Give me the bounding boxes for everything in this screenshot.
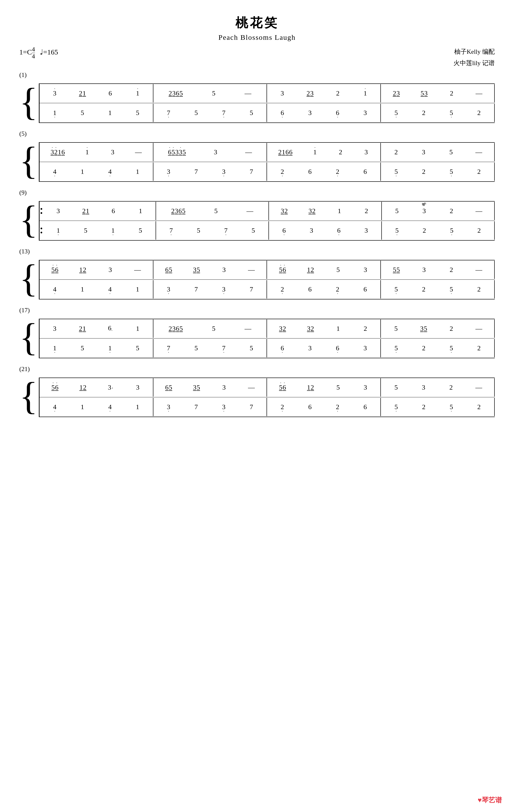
system-13: { ·5 ·6 12 [19, 260, 495, 299]
m15-b: 2 6 2 6 [267, 280, 381, 298]
n5: 2365 [169, 89, 183, 97]
b6: 5 [193, 109, 199, 117]
m18-t: 2365 5 — [153, 319, 267, 338]
m10-t: 2365 5 — [156, 202, 269, 220]
brace-13: { [19, 258, 39, 299]
author-section: 柚子Kelly 编配 火中莲lily 记谱 [453, 46, 495, 69]
treble-row-9: 3 21 6 1 2365 5 — [39, 201, 495, 221]
m3-b: 6 3 6 3 [267, 104, 381, 122]
m16-t: 55 3 2 — [381, 261, 495, 279]
section-13: (13) { ·5 ·6 12 [19, 248, 495, 299]
m6-b: 3 7 3 7 [153, 163, 267, 181]
m20-t: 5 35 2 — [381, 319, 495, 338]
staves-21: ·5 ·6 12 3· 3 65 [39, 378, 495, 417]
n10: 2 [335, 89, 341, 97]
m15-t: ·5 ·6 12 5 3 [267, 261, 381, 279]
section-5-label: (5) [19, 130, 495, 138]
m22-b: 3 7 3 7 [153, 398, 267, 416]
m1-b: 1 5 1 5 [39, 104, 153, 122]
tempo-section: 1=C44 ♩=165 [19, 46, 58, 60]
m20-b: 5 2 5 2 [381, 339, 495, 357]
m13-t: ·5 ·6 12 3 — [39, 261, 153, 279]
b16: 2 [476, 109, 482, 117]
section-21: (21) { ·5 ·6 12 [19, 366, 495, 417]
section-9: (9) { 3 21 [19, 189, 495, 241]
m5-b: 4 1 4 1 [39, 163, 153, 181]
b9: 6 [279, 109, 286, 117]
n7: — [245, 89, 251, 97]
system-9: { 3 21 [19, 201, 495, 241]
m12-b: 5 2 5 2 [382, 221, 495, 240]
m4-t: 23 53 2 — [381, 84, 495, 103]
m3-t: 3 23 2 1 [267, 84, 381, 103]
b2: 5 [79, 109, 85, 117]
staves-1: 3 21 6 1 [39, 83, 495, 123]
staves-9: 3 21 6 1 2365 5 — [39, 201, 495, 241]
page-container: 桃花笑 Peach Blossoms Laugh 1=C44 ♩=165 柚子K… [19, 14, 495, 417]
m23-b: 2 6 2 6 [267, 398, 381, 416]
section-1: (1) { 3 21 6 [19, 71, 495, 123]
meta-row: 1=C44 ♩=165 柚子Kelly 编配 火中莲lily 记谱 [19, 46, 495, 69]
m21-b: 4 1 4 1 [39, 398, 153, 416]
m2-b: 7 5 7 5 [153, 104, 267, 122]
b14: 2 [421, 109, 427, 117]
m8-t: 2 3 5 — [381, 143, 495, 161]
staves-13: ·5 ·6 12 3 — 65 [39, 260, 495, 299]
bass-row-9: 1 5 1 5 7 5 7 5 6 3 6 3 [39, 221, 495, 241]
n1: 3 [52, 89, 58, 97]
section-21-label: (21) [19, 366, 495, 373]
system-21: { ·5 ·6 12 [19, 378, 495, 417]
m19-b: 6 3 6 3 [267, 339, 381, 357]
m16-b: 5 2 5 2 [381, 280, 495, 298]
m11-t: 32 32 1 2 [269, 202, 382, 220]
m4-b: 5 2 5 2 [381, 104, 495, 122]
m10-b: 7 5 7 5 [156, 221, 269, 240]
n12: 23 [393, 89, 400, 97]
section-5: (5) { ·3 ·2 1 6 [19, 130, 495, 182]
b4: 5 [134, 109, 141, 117]
b12: 3 [362, 109, 368, 117]
treble-row-13: ·5 ·6 12 3 — 65 [39, 260, 495, 280]
brace-1: { [19, 81, 39, 123]
m14-b: 3 7 3 7 [153, 280, 267, 298]
m7-t: 2166 1 2 3 [267, 143, 381, 161]
treble-row-5: ·3 ·2 1 6 1 3 — [39, 142, 495, 162]
staves-5: ·3 ·2 1 6 1 3 — [39, 142, 495, 182]
b15: 5 [448, 109, 454, 117]
m23-t: ·5 ·6 12 5 3 [267, 378, 381, 397]
treble-row-21: ·5 ·6 12 3· 3 65 [39, 378, 495, 397]
m24-t: 5 3 2 — [381, 378, 495, 397]
m1-t: 3 21 6 1 [39, 84, 153, 103]
m9-b: 1 5 1 5 [43, 221, 156, 240]
title-english: Peach Blossoms Laugh [19, 33, 495, 41]
b11: 6 [334, 109, 341, 117]
b3: 1 [107, 109, 113, 117]
brace-21: { [19, 375, 39, 417]
m18-b: 7 5 7 5 [153, 339, 267, 357]
b1: 1 [52, 109, 58, 117]
b8: 5 [248, 109, 254, 117]
title-section: 桃花笑 Peach Blossoms Laugh [19, 14, 495, 41]
n9: 23 [307, 89, 314, 97]
n8: 3 [279, 89, 285, 97]
brace-5: { [19, 140, 39, 182]
b10: 3 [307, 109, 313, 117]
bass-row-1: 1 5 1 5 [39, 103, 495, 123]
n13: 53 [421, 89, 428, 97]
m14-t: 65 35 3 — [153, 261, 267, 279]
m12-t: 5 tr~3 2 — [382, 202, 495, 220]
m19-t: 32 32 1 2 [267, 319, 381, 338]
n14: 2 [448, 89, 455, 97]
m11-b: 6 3 6 3 [269, 221, 382, 240]
n3: 6 [107, 89, 113, 97]
m9-t: 3 21 6 1 [43, 202, 156, 220]
bass-row-21: 4 1 4 1 3 7 3 7 2 6 2 6 [39, 397, 495, 417]
system-17: { 3 21 6· 1 236 [19, 319, 495, 358]
repeat-start-t9 [39, 202, 43, 221]
brace-9: { [19, 199, 39, 241]
m8-b: 5 2 5 2 [381, 163, 495, 181]
arranger: 柚子Kelly 编配 [453, 46, 495, 58]
key-sig: 1=C44 [19, 46, 35, 60]
bass-row-5: 4 1 4 1 3 7 3 7 2 6 2 6 [39, 162, 495, 182]
n2: 21 [79, 89, 86, 97]
